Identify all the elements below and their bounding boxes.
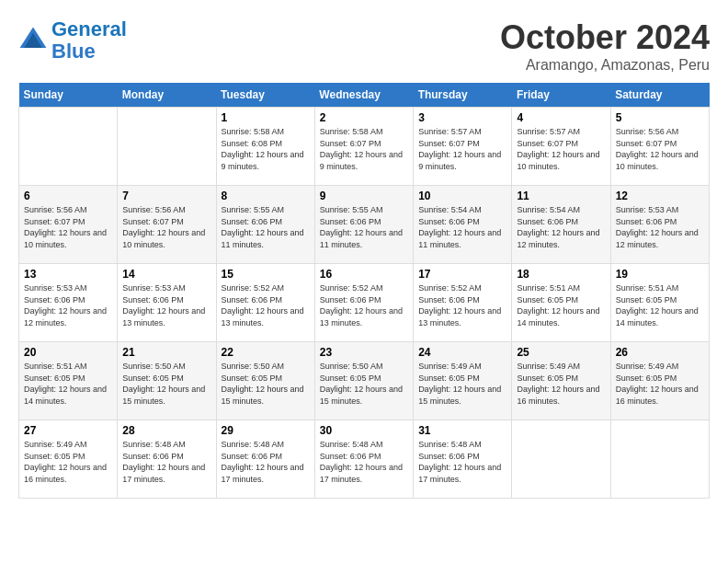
day-number: 3 [418, 111, 506, 124]
day-info: Sunrise: 5:55 AMSunset: 6:06 PMDaylight:… [320, 204, 408, 250]
calendar-cell-w3-d6: 18Sunrise: 5:51 AMSunset: 6:05 PMDayligh… [512, 264, 610, 342]
day-number: 10 [418, 190, 506, 202]
calendar-header: Sunday Monday Tuesday Wednesday Thursday… [19, 83, 710, 108]
calendar-cell-w4-d5: 24Sunrise: 5:49 AMSunset: 6:05 PMDayligh… [414, 342, 512, 420]
calendar-cell-w5-d1: 27Sunrise: 5:49 AMSunset: 6:05 PMDayligh… [19, 420, 118, 499]
day-info: Sunrise: 5:51 AMSunset: 6:05 PMDaylight:… [24, 361, 112, 407]
day-number: 28 [122, 424, 210, 437]
day-number: 12 [616, 190, 704, 202]
day-number: 26 [616, 346, 704, 359]
day-info: Sunrise: 5:53 AMSunset: 6:06 PMDaylight:… [616, 204, 704, 250]
calendar-cell-w2-d4: 9Sunrise: 5:55 AMSunset: 6:06 PMDaylight… [314, 186, 413, 264]
calendar-cell-w4-d3: 22Sunrise: 5:50 AMSunset: 6:05 PMDayligh… [216, 342, 314, 420]
day-info: Sunrise: 5:57 AMSunset: 6:07 PMDaylight:… [517, 126, 605, 172]
day-info: Sunrise: 5:51 AMSunset: 6:05 PMDaylight:… [616, 282, 704, 328]
week-row-3: 13Sunrise: 5:53 AMSunset: 6:06 PMDayligh… [19, 264, 710, 342]
day-info: Sunrise: 5:52 AMSunset: 6:06 PMDaylight:… [222, 282, 310, 328]
calendar-cell-w1-d7: 5Sunrise: 5:56 AMSunset: 6:07 PMDaylight… [610, 108, 709, 186]
day-info: Sunrise: 5:49 AMSunset: 6:05 PMDaylight:… [517, 361, 605, 407]
day-info: Sunrise: 5:53 AMSunset: 6:06 PMDaylight:… [122, 282, 210, 328]
day-number: 24 [418, 346, 506, 359]
day-info: Sunrise: 5:56 AMSunset: 6:07 PMDaylight:… [122, 204, 210, 250]
day-number: 18 [517, 268, 605, 281]
calendar-cell-w2-d2: 7Sunrise: 5:56 AMSunset: 6:07 PMDaylight… [118, 186, 216, 264]
calendar-cell-w2-d1: 6Sunrise: 5:56 AMSunset: 6:07 PMDaylight… [19, 186, 118, 264]
calendar-cell-w5-d7 [610, 420, 709, 499]
calendar-cell-w5-d6 [512, 420, 610, 499]
calendar-table: Sunday Monday Tuesday Wednesday Thursday… [18, 83, 710, 499]
calendar-cell-w2-d6: 11Sunrise: 5:54 AMSunset: 6:06 PMDayligh… [512, 186, 610, 264]
calendar-cell-w4-d2: 21Sunrise: 5:50 AMSunset: 6:05 PMDayligh… [118, 342, 216, 420]
day-info: Sunrise: 5:57 AMSunset: 6:07 PMDaylight:… [418, 126, 506, 172]
day-info: Sunrise: 5:48 AMSunset: 6:06 PMDaylight:… [320, 439, 408, 485]
logo-icon [18, 26, 48, 55]
day-number: 17 [418, 268, 506, 281]
day-number: 21 [122, 346, 210, 359]
day-number: 20 [24, 346, 112, 359]
day-number: 2 [320, 111, 408, 124]
day-info: Sunrise: 5:50 AMSunset: 6:05 PMDaylight:… [320, 361, 408, 407]
day-number: 16 [320, 268, 408, 281]
day-info: Sunrise: 5:50 AMSunset: 6:05 PMDaylight:… [222, 361, 310, 407]
header-friday: Friday [512, 83, 610, 108]
logo-text: General Blue [51, 18, 127, 63]
day-info: Sunrise: 5:48 AMSunset: 6:06 PMDaylight:… [122, 439, 210, 485]
day-number: 4 [517, 111, 605, 124]
calendar-cell-w3-d1: 13Sunrise: 5:53 AMSunset: 6:06 PMDayligh… [19, 264, 118, 342]
day-info: Sunrise: 5:51 AMSunset: 6:05 PMDaylight:… [517, 282, 605, 328]
day-info: Sunrise: 5:53 AMSunset: 6:06 PMDaylight:… [24, 282, 112, 328]
day-info: Sunrise: 5:50 AMSunset: 6:05 PMDaylight:… [122, 361, 210, 407]
calendar-body: 1Sunrise: 5:58 AMSunset: 6:08 PMDaylight… [19, 108, 710, 499]
calendar-cell-w2-d3: 8Sunrise: 5:55 AMSunset: 6:06 PMDaylight… [216, 186, 314, 264]
day-number: 14 [122, 268, 210, 281]
calendar-cell-w5-d4: 30Sunrise: 5:48 AMSunset: 6:06 PMDayligh… [314, 420, 413, 499]
day-info: Sunrise: 5:55 AMSunset: 6:06 PMDaylight:… [222, 204, 310, 250]
day-number: 31 [418, 424, 506, 437]
week-row-1: 1Sunrise: 5:58 AMSunset: 6:08 PMDaylight… [19, 108, 710, 186]
location: Aramango, Amazonas, Peru [500, 57, 710, 74]
calendar-cell-w5-d3: 29Sunrise: 5:48 AMSunset: 6:06 PMDayligh… [216, 420, 314, 499]
calendar-cell-w3-d7: 19Sunrise: 5:51 AMSunset: 6:05 PMDayligh… [610, 264, 709, 342]
calendar-cell-w4-d6: 25Sunrise: 5:49 AMSunset: 6:05 PMDayligh… [512, 342, 610, 420]
day-number: 30 [320, 424, 408, 437]
day-number: 29 [222, 424, 310, 437]
title-section: October 2024 Aramango, Amazonas, Peru [500, 18, 710, 74]
day-info: Sunrise: 5:49 AMSunset: 6:05 PMDaylight:… [418, 361, 506, 407]
calendar-cell-w3-d3: 15Sunrise: 5:52 AMSunset: 6:06 PMDayligh… [216, 264, 314, 342]
calendar-cell-w2-d7: 12Sunrise: 5:53 AMSunset: 6:06 PMDayligh… [610, 186, 709, 264]
day-info: Sunrise: 5:54 AMSunset: 6:06 PMDaylight:… [418, 204, 506, 250]
header-wednesday: Wednesday [314, 83, 413, 108]
calendar-cell-w1-d6: 4Sunrise: 5:57 AMSunset: 6:07 PMDaylight… [512, 108, 610, 186]
day-info: Sunrise: 5:58 AMSunset: 6:08 PMDaylight:… [222, 126, 310, 172]
calendar-cell-w4-d7: 26Sunrise: 5:49 AMSunset: 6:05 PMDayligh… [610, 342, 709, 420]
header-thursday: Thursday [414, 83, 512, 108]
logo-line1: General [51, 17, 127, 40]
day-number: 19 [616, 268, 704, 281]
day-number: 22 [222, 346, 310, 359]
day-number: 1 [222, 111, 310, 124]
day-info: Sunrise: 5:52 AMSunset: 6:06 PMDaylight:… [320, 282, 408, 328]
calendar-cell-w5-d5: 31Sunrise: 5:48 AMSunset: 6:06 PMDayligh… [414, 420, 512, 499]
weekday-header-row: Sunday Monday Tuesday Wednesday Thursday… [19, 83, 710, 108]
day-info: Sunrise: 5:56 AMSunset: 6:07 PMDaylight:… [24, 204, 112, 250]
header-tuesday: Tuesday [216, 83, 314, 108]
calendar-cell-w3-d2: 14Sunrise: 5:53 AMSunset: 6:06 PMDayligh… [118, 264, 216, 342]
day-number: 9 [320, 190, 408, 202]
day-info: Sunrise: 5:48 AMSunset: 6:06 PMDaylight:… [418, 439, 506, 485]
day-number: 25 [517, 346, 605, 359]
day-number: 11 [517, 190, 605, 202]
week-row-2: 6Sunrise: 5:56 AMSunset: 6:07 PMDaylight… [19, 186, 710, 264]
day-number: 5 [616, 111, 704, 124]
day-info: Sunrise: 5:52 AMSunset: 6:06 PMDaylight:… [418, 282, 506, 328]
page-header: General Blue October 2024 Aramango, Amaz… [18, 18, 710, 74]
header-saturday: Saturday [610, 83, 709, 108]
calendar-cell-w1-d2 [118, 108, 216, 186]
day-number: 8 [222, 190, 310, 202]
day-number: 23 [320, 346, 408, 359]
logo-line2: Blue [51, 40, 96, 63]
calendar-cell-w1-d4: 2Sunrise: 5:58 AMSunset: 6:07 PMDaylight… [314, 108, 413, 186]
calendar-cell-w1-d3: 1Sunrise: 5:58 AMSunset: 6:08 PMDaylight… [216, 108, 314, 186]
day-info: Sunrise: 5:49 AMSunset: 6:05 PMDaylight:… [616, 361, 704, 407]
day-info: Sunrise: 5:49 AMSunset: 6:05 PMDaylight:… [24, 439, 112, 485]
day-number: 13 [24, 268, 112, 281]
